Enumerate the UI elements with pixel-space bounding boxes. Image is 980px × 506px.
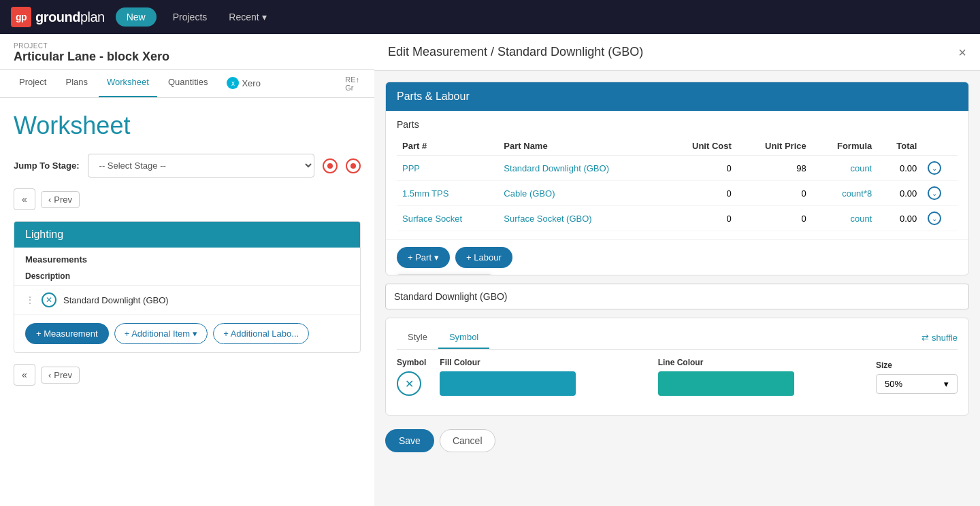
dropdown-group-groundplan: Groundplan: [397, 275, 491, 275]
row-chevron-icon[interactable]: ⌄: [928, 186, 941, 200]
left-panel: PROJECT Articular Lane - block Xero Proj…: [0, 34, 374, 506]
unit-price-cell: 0: [737, 181, 812, 206]
tab-style[interactable]: Style: [397, 326, 438, 349]
part-num-cell: 1.5mm TPS: [397, 181, 498, 206]
ret-button[interactable]: RE↑Gr: [341, 70, 363, 97]
col-part-name: Part Name: [498, 137, 665, 156]
tab-plans[interactable]: Plans: [57, 70, 96, 97]
part-num-cell: PPP: [397, 156, 498, 181]
parts-labour-card: Parts & Labour Parts Part # Part Name Un…: [385, 82, 969, 275]
modal-overlay: Edit Measurement / Standard Downlight (G…: [374, 34, 980, 506]
logo: gp groundplan: [11, 7, 105, 27]
tab-project[interactable]: Project: [11, 70, 54, 97]
part-dropdown-menu: Groundplan Part Xero Item: [397, 274, 492, 275]
total-cell: 0.00: [877, 181, 922, 206]
part-name-cell: Standard Downlight (GBO): [498, 156, 665, 181]
jump-to-stage-row: Jump To Stage: -- Select Stage --: [14, 154, 361, 178]
card-footer: + Part ▾ + Labour Groundplan Part Xero I…: [386, 239, 968, 275]
tabs-bar: Project Plans Worksheet Quantities x Xer…: [0, 70, 374, 98]
parts-label: Parts: [397, 119, 958, 130]
line-colour-bar[interactable]: [658, 371, 794, 396]
unit-cost-cell: 0: [665, 181, 737, 206]
table-header: Description: [14, 267, 360, 286]
top-nav: gp groundplan New Projects Recent ▾: [0, 0, 980, 34]
symbol-col-label: Symbol: [397, 358, 426, 367]
radio-button-2[interactable]: [346, 158, 361, 173]
parts-table-row: 1.5mm TPS Cable (GBO) 0 0 count*8 0.00 ⌄: [397, 181, 958, 206]
close-button[interactable]: ×: [958, 46, 966, 59]
modal-title: Edit Measurement / Standard Downlight (G…: [388, 45, 643, 59]
recent-link[interactable]: Recent ▾: [223, 9, 272, 25]
bottom-double-prev[interactable]: «: [14, 364, 35, 386]
symbol-icon: ✕: [397, 371, 421, 396]
bottom-prev[interactable]: ‹ Prev: [41, 367, 80, 384]
measurements-label: Measurements: [14, 248, 360, 267]
double-prev-button[interactable]: «: [14, 188, 35, 210]
part-button[interactable]: + Part ▾: [397, 247, 450, 268]
total-cell: 0.00: [877, 156, 922, 181]
prev-button[interactable]: ‹ Prev: [41, 191, 80, 208]
labour-button[interactable]: + Labour: [455, 247, 512, 268]
tab-xero[interactable]: x Xero: [218, 70, 268, 97]
part-name-cell: Cable (GBO): [498, 181, 665, 206]
part-name-cell: Surface Socket (GBO): [498, 206, 665, 231]
shuffle-button[interactable]: ⇄ shuffle: [921, 333, 958, 343]
worksheet-content: Worksheet Jump To Stage: -- Select Stage…: [0, 98, 374, 353]
radio-button-1[interactable]: [323, 158, 338, 173]
style-card-body: Style Symbol ⇄ shuffle Symbol ✕ Fill Col…: [386, 318, 968, 415]
part-num-cell: Surface Socket: [397, 206, 498, 231]
project-title: Articular Lane - block Xero: [14, 50, 361, 64]
row-action-cell[interactable]: ⌄: [922, 156, 958, 181]
total-cell: 0.00: [877, 206, 922, 231]
unit-cost-cell: 0: [665, 206, 737, 231]
formula-cell: count: [812, 206, 877, 231]
tab-worksheet[interactable]: Worksheet: [99, 70, 157, 97]
measurement-name-input[interactable]: [385, 284, 969, 309]
projects-link[interactable]: Projects: [167, 9, 213, 25]
tab-symbol[interactable]: Symbol: [438, 326, 489, 349]
card-body: Parts Part # Part Name Unit Cost Unit Pr…: [386, 111, 968, 239]
fill-colour-bar[interactable]: [440, 371, 576, 396]
table-row: ⋮ ✕ Standard Downlight (GBO): [14, 286, 360, 315]
line-colour-label: Line Colour: [658, 358, 862, 367]
bottom-buttons: + Measurement + Additional Item ▾ + Addi…: [14, 315, 360, 352]
unit-price-cell: 98: [737, 156, 812, 181]
modal-header: Edit Measurement / Standard Downlight (G…: [374, 34, 980, 71]
additional-item-button[interactable]: + Additional Item ▾: [114, 323, 208, 344]
jump-label: Jump To Stage:: [14, 161, 80, 171]
stage-select[interactable]: -- Select Stage --: [88, 154, 314, 178]
fill-colour-col: Fill Colour: [440, 358, 644, 396]
fill-colour-label: Fill Colour: [440, 358, 644, 367]
lighting-section: Lighting Measurements Description ⋮ ✕ St…: [14, 221, 361, 353]
tab-quantities[interactable]: Quantities: [160, 70, 216, 97]
row-chevron-icon[interactable]: ⌄: [928, 161, 941, 175]
worksheet-title: Worksheet: [14, 112, 361, 140]
project-label: PROJECT: [14, 42, 361, 50]
formula-cell: count*8: [812, 181, 877, 206]
cancel-button[interactable]: Cancel: [440, 429, 495, 452]
symbol-col: Symbol ✕: [397, 358, 426, 396]
unit-price-cell: 0: [737, 206, 812, 231]
measurement-label: Standard Downlight (GBO): [63, 295, 169, 305]
col-total: Total: [877, 137, 922, 156]
nav-controls: « ‹ Prev: [14, 188, 361, 210]
row-action-cell[interactable]: ⌄: [922, 181, 958, 206]
style-tabs: Style Symbol ⇄ shuffle: [397, 326, 958, 350]
size-label: Size: [876, 360, 958, 370]
col-unit-price: Unit Price: [737, 137, 812, 156]
style-symbol-card: Style Symbol ⇄ shuffle Symbol ✕ Fill Col…: [385, 318, 969, 416]
measurement-button[interactable]: + Measurement: [25, 323, 109, 344]
project-header: PROJECT Articular Lane - block Xero: [0, 34, 374, 70]
logo-text: groundplan: [35, 10, 105, 25]
additional-labour-button[interactable]: + Additional Labo...: [213, 323, 309, 344]
size-col: Size 50% ▾: [876, 360, 958, 394]
col-formula: Formula: [812, 137, 877, 156]
parts-table: Part # Part Name Unit Cost Unit Price Fo…: [397, 137, 958, 231]
drag-handle[interactable]: ⋮: [25, 294, 35, 305]
row-chevron-icon[interactable]: ⌄: [928, 212, 941, 225]
size-select[interactable]: 50% ▾: [876, 374, 958, 394]
new-button[interactable]: New: [116, 7, 157, 27]
parts-table-row: Surface Socket Surface Socket (GBO) 0 0 …: [397, 206, 958, 231]
row-action-cell[interactable]: ⌄: [922, 206, 958, 231]
save-button[interactable]: Save: [385, 429, 434, 452]
